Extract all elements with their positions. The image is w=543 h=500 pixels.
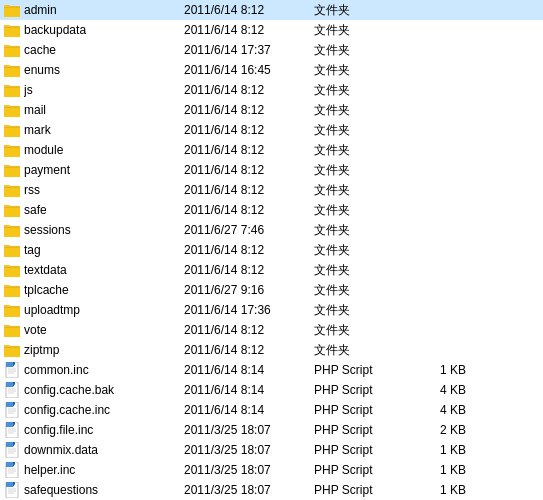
- svg-rect-76: [4, 246, 10, 247]
- svg-rect-74: [4, 247, 20, 257]
- file-icon: [4, 442, 20, 458]
- file-date: 2011/3/25 18:07: [184, 423, 314, 437]
- file-date: 2011/6/14 17:36: [184, 303, 314, 317]
- list-item[interactable]: cache2011/6/14 17:37文件夹: [0, 40, 543, 60]
- list-item[interactable]: mark2011/6/14 8:12文件夹: [0, 120, 543, 140]
- file-name: common.inc: [24, 363, 184, 377]
- file-type: 文件夹: [314, 122, 414, 139]
- file-type: 文件夹: [314, 342, 414, 359]
- svg-rect-83: [4, 267, 20, 268]
- svg-rect-64: [4, 206, 10, 207]
- folder-icon: [4, 2, 20, 18]
- list-item[interactable]: mail2011/6/14 8:12文件夹: [0, 100, 543, 120]
- file-icon: [4, 362, 20, 378]
- svg-marker-139: [6, 462, 13, 467]
- list-item[interactable]: common.inc2011/6/14 8:14PHP Script1 KB: [0, 360, 543, 380]
- list-item[interactable]: textdata2011/6/14 8:12文件夹: [0, 260, 543, 280]
- file-name: safequestions: [24, 483, 184, 497]
- svg-rect-71: [4, 227, 20, 228]
- svg-rect-47: [4, 147, 20, 148]
- svg-rect-4: [4, 6, 10, 7]
- svg-rect-26: [4, 87, 20, 97]
- file-list: admin2011/6/14 8:12文件夹 backupdata2011/6/…: [0, 0, 543, 500]
- svg-rect-65: [4, 207, 20, 208]
- svg-rect-34: [4, 106, 10, 107]
- file-date: 2011/6/14 8:12: [184, 243, 314, 257]
- svg-rect-53: [4, 167, 20, 168]
- svg-rect-101: [4, 327, 20, 328]
- file-type: 文件夹: [314, 102, 414, 119]
- file-date: 2011/6/27 7:46: [184, 223, 314, 237]
- list-item[interactable]: payment2011/6/14 8:12文件夹: [0, 160, 543, 180]
- file-date: 2011/6/14 8:12: [184, 343, 314, 357]
- svg-rect-17: [4, 47, 20, 48]
- list-item[interactable]: helper.inc2011/3/25 18:07PHP Script1 KB: [0, 460, 543, 480]
- list-item[interactable]: downmix.data2011/3/25 18:07PHP Script1 K…: [0, 440, 543, 460]
- list-item[interactable]: safe2011/6/14 8:12文件夹: [0, 200, 543, 220]
- file-type: 文件夹: [314, 262, 414, 279]
- file-name: tplcache: [24, 283, 184, 297]
- file-date: 2011/6/14 8:12: [184, 263, 314, 277]
- list-item[interactable]: uploadtmp2011/6/14 17:36文件夹: [0, 300, 543, 320]
- svg-rect-94: [4, 306, 10, 307]
- svg-rect-44: [4, 147, 20, 157]
- list-item[interactable]: config.file.inc2011/3/25 18:07PHP Script…: [0, 420, 543, 440]
- svg-rect-56: [4, 187, 20, 197]
- file-type: 文件夹: [314, 162, 414, 179]
- file-date: 2011/6/14 8:12: [184, 183, 314, 197]
- svg-rect-23: [4, 67, 20, 68]
- list-item[interactable]: sessions2011/6/27 7:46文件夹: [0, 220, 543, 240]
- svg-marker-109: [6, 362, 13, 367]
- svg-rect-98: [4, 327, 20, 337]
- file-type: PHP Script: [314, 443, 414, 457]
- list-item[interactable]: tplcache2011/6/27 9:16文件夹: [0, 280, 543, 300]
- file-date: 2011/6/27 9:16: [184, 283, 314, 297]
- file-date: 2011/6/14 8:12: [184, 203, 314, 217]
- folder-icon: [4, 42, 20, 58]
- file-name: mark: [24, 123, 184, 137]
- svg-marker-127: [6, 422, 13, 427]
- file-icon: [4, 482, 20, 498]
- folder-icon: [4, 62, 20, 78]
- list-item[interactable]: enums2011/6/14 16:45文件夹: [0, 60, 543, 80]
- svg-rect-95: [4, 307, 20, 308]
- file-name: tag: [24, 243, 184, 257]
- file-date: 2011/6/14 8:12: [184, 3, 314, 17]
- folder-icon: [4, 22, 20, 38]
- folder-icon: [4, 182, 20, 198]
- file-type: PHP Script: [314, 483, 414, 497]
- file-date: 2011/6/14 8:12: [184, 83, 314, 97]
- file-type: 文件夹: [314, 222, 414, 239]
- list-item[interactable]: module2011/6/14 8:12文件夹: [0, 140, 543, 160]
- folder-icon: [4, 262, 20, 278]
- list-item[interactable]: admin2011/6/14 8:12文件夹: [0, 0, 543, 20]
- list-item[interactable]: rss2011/6/14 8:12文件夹: [0, 180, 543, 200]
- file-date: 2011/6/14 8:12: [184, 123, 314, 137]
- file-type: 文件夹: [314, 302, 414, 319]
- list-item[interactable]: js2011/6/14 8:12文件夹: [0, 80, 543, 100]
- list-item[interactable]: backupdata2011/6/14 8:12文件夹: [0, 20, 543, 40]
- list-item[interactable]: safequestions2011/3/25 18:07PHP Script1 …: [0, 480, 543, 500]
- svg-rect-16: [4, 46, 10, 47]
- folder-icon: [4, 142, 20, 158]
- file-size: 1 KB: [414, 483, 474, 497]
- folder-icon: [4, 342, 20, 358]
- file-date: 2011/6/14 8:12: [184, 23, 314, 37]
- folder-icon: [4, 162, 20, 178]
- file-name: helper.inc: [24, 463, 184, 477]
- svg-marker-121: [6, 402, 13, 407]
- list-item[interactable]: config.cache.bak2011/6/14 8:14PHP Script…: [0, 380, 543, 400]
- file-size: 1 KB: [414, 463, 474, 477]
- list-item[interactable]: ziptmp2011/6/14 8:12文件夹: [0, 340, 543, 360]
- list-item[interactable]: vote2011/6/14 8:12文件夹: [0, 320, 543, 340]
- list-item[interactable]: config.cache.inc2011/6/14 8:14PHP Script…: [0, 400, 543, 420]
- svg-marker-145: [6, 482, 13, 487]
- file-name: downmix.data: [24, 443, 184, 457]
- svg-rect-80: [4, 267, 20, 277]
- file-date: 2011/6/14 8:12: [184, 103, 314, 117]
- list-item[interactable]: tag2011/6/14 8:12文件夹: [0, 240, 543, 260]
- file-date: 2011/3/25 18:07: [184, 483, 314, 497]
- file-date: 2011/6/14 16:45: [184, 63, 314, 77]
- file-icon: [4, 422, 20, 438]
- folder-icon: [4, 222, 20, 238]
